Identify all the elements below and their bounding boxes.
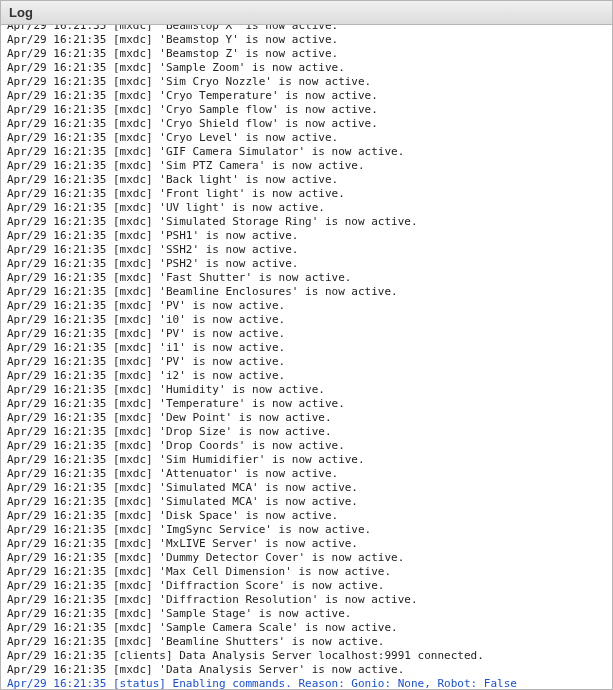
log-line: Apr/29 16:21:35 [mxdc] 'MxLIVE Server' i… [7, 537, 606, 551]
log-line: Apr/29 16:21:35 [mxdc] 'PV' is now activ… [7, 327, 606, 341]
log-line: Apr/29 16:21:35 [mxdc] 'Dummy Detector C… [7, 551, 606, 565]
log-line: Apr/29 16:21:35 [mxdc] 'Back light' is n… [7, 173, 606, 187]
log-line: Apr/29 16:21:35 [mxdc] 'Drop Coords' is … [7, 439, 606, 453]
log-line: Apr/29 16:21:35 [mxdc] 'Diffraction Reso… [7, 593, 606, 607]
log-line: Apr/29 16:21:35 [mxdc] 'Beamline Shutter… [7, 635, 606, 649]
log-line: Apr/29 16:21:35 [mxdc] 'Sim PTZ Camera' … [7, 159, 606, 173]
log-line: Apr/29 16:21:35 [mxdc] 'Beamline Enclosu… [7, 285, 606, 299]
log-line: Apr/29 16:21:35 [mxdc] 'Cryo Shield flow… [7, 117, 606, 131]
log-line: Apr/29 16:21:35 [mxdc] 'Diffraction Scor… [7, 579, 606, 593]
log-line: Apr/29 16:21:35 [mxdc] 'Simulated MCA' i… [7, 481, 606, 495]
log-line: Apr/29 16:21:35 [mxdc] 'Simulated Storag… [7, 215, 606, 229]
log-line: Apr/29 16:21:35 [mxdc] 'Dew Point' is no… [7, 411, 606, 425]
log-line: Apr/29 16:21:35 [mxdc] 'Beamstop Z' is n… [7, 47, 606, 61]
log-line: Apr/29 16:21:35 [clients] Data Analysis … [7, 649, 606, 663]
log-line: Apr/29 16:21:35 [mxdc] 'UV light' is now… [7, 201, 606, 215]
log-line: Apr/29 16:21:35 [mxdc] 'Temperature' is … [7, 397, 606, 411]
log-line: Apr/29 16:21:35 [mxdc] 'Data Analysis Se… [7, 663, 606, 677]
log-line: Apr/29 16:21:35 [mxdc] 'Max Cell Dimensi… [7, 565, 606, 579]
log-line: Apr/29 16:21:35 [mxdc] 'Cryo Level' is n… [7, 131, 606, 145]
panel-title: Log [1, 1, 612, 25]
log-line: Apr/29 16:21:35 [mxdc] 'Humidity' is now… [7, 383, 606, 397]
log-line: Apr/29 16:21:35 [mxdc] 'Sim Cryo Nozzle'… [7, 75, 606, 89]
log-line: Apr/29 16:21:35 [status] Enabling comman… [7, 677, 606, 689]
log-line: Apr/29 16:21:35 [mxdc] 'Cryo Sample flow… [7, 103, 606, 117]
log-line: Apr/29 16:21:35 [mxdc] 'PSH1' is now act… [7, 229, 606, 243]
log-line: Apr/29 16:21:35 [mxdc] 'Fast Shutter' is… [7, 271, 606, 285]
log-line: Apr/29 16:21:35 [mxdc] 'i0' is now activ… [7, 313, 606, 327]
log-line: Apr/29 16:21:35 [mxdc] 'PV' is now activ… [7, 355, 606, 369]
log-panel: Log Apr/29 16:21:35 [mxdc] 'Beamstop X' … [0, 0, 613, 690]
log-line: Apr/29 16:21:35 [mxdc] 'Sim Humidifier' … [7, 453, 606, 467]
log-line: Apr/29 16:21:35 [mxdc] 'Sample Stage' is… [7, 607, 606, 621]
log-line: Apr/29 16:21:35 [mxdc] 'i2' is now activ… [7, 369, 606, 383]
log-line: Apr/29 16:21:35 [mxdc] 'Drop Size' is no… [7, 425, 606, 439]
log-line: Apr/29 16:21:35 [mxdc] 'Sample Zoom' is … [7, 61, 606, 75]
log-line: Apr/29 16:21:35 [mxdc] 'i1' is now activ… [7, 341, 606, 355]
log-viewer[interactable]: Apr/29 16:21:35 [mxdc] 'Beamstop X' is n… [1, 25, 612, 689]
log-line: Apr/29 16:21:35 [mxdc] 'PV' is now activ… [7, 299, 606, 313]
log-line: Apr/29 16:21:35 [mxdc] 'PSH2' is now act… [7, 257, 606, 271]
log-line: Apr/29 16:21:35 [mxdc] 'Beamstop Y' is n… [7, 33, 606, 47]
log-line: Apr/29 16:21:35 [mxdc] 'SSH2' is now act… [7, 243, 606, 257]
log-line: Apr/29 16:21:35 [mxdc] 'Simulated MCA' i… [7, 495, 606, 509]
log-line: Apr/29 16:21:35 [mxdc] 'Disk Space' is n… [7, 509, 606, 523]
log-line: Apr/29 16:21:35 [mxdc] 'GIF Camera Simul… [7, 145, 606, 159]
log-line: Apr/29 16:21:35 [mxdc] 'Sample Camera Sc… [7, 621, 606, 635]
log-line: Apr/29 16:21:35 [mxdc] 'ImgSync Service'… [7, 523, 606, 537]
log-line: Apr/29 16:21:35 [mxdc] 'Beamstop X' is n… [7, 25, 606, 33]
log-line: Apr/29 16:21:35 [mxdc] 'Front light' is … [7, 187, 606, 201]
log-line: Apr/29 16:21:35 [mxdc] 'Attenuator' is n… [7, 467, 606, 481]
log-line: Apr/29 16:21:35 [mxdc] 'Cryo Temperature… [7, 89, 606, 103]
